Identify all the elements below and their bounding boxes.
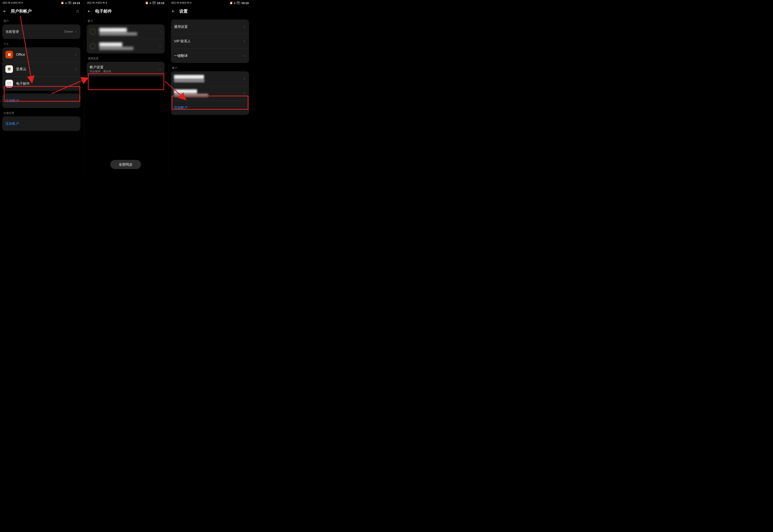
chevron-right-icon (243, 25, 246, 28)
svg-point-1 (78, 10, 79, 11)
alarm-icon: ⏰ (229, 1, 233, 4)
svg-point-0 (77, 10, 77, 11)
account-settings-row[interactable]: 帐户设置 同步频率、通知等。 (87, 62, 165, 76)
battery-icon: 99 (68, 2, 71, 4)
sync-icon (90, 43, 96, 49)
chevron-right-icon (243, 77, 246, 80)
nutcloud-row[interactable]: 坚果云 (2, 62, 80, 76)
vip-contacts-row[interactable]: VIP 联系人 (171, 34, 249, 48)
office-icon (5, 51, 13, 58)
back-button[interactable] (3, 9, 7, 13)
email-account-1[interactable]: ████████████ ████████████████████ (87, 24, 165, 39)
screen-settings: HD 15G.ıll HD 24G.ıll ⏰ ⌀ 99 13:13 设置 通用… (168, 0, 251, 173)
chevron-right-icon (75, 82, 77, 85)
bluetooth-icon: ⌀ (149, 1, 151, 4)
header: 设置 (169, 6, 251, 16)
clock: 13:13 (73, 1, 80, 5)
sync-icon (90, 29, 96, 35)
header: 用户和帐户 (0, 6, 83, 16)
page-title: 用户和帐户 (11, 8, 32, 14)
email-icon (5, 80, 13, 87)
status-bar: HD 1 5G.ıll HD 2 4G.ıll ⏰ ⌀ 99 13:13 (0, 0, 83, 6)
chevron-right-icon (159, 68, 161, 70)
sync-all-button[interactable]: 全部同步 (110, 160, 141, 169)
bluetooth-icon: ⌀ (65, 1, 67, 4)
chevron-right-icon (243, 54, 246, 57)
chevron-right-icon (75, 53, 77, 56)
chevron-right-icon (75, 30, 77, 33)
alarm-icon: ⏰ (145, 1, 148, 4)
hd1-icon: HD 1 (3, 2, 7, 4)
svg-point-3 (78, 12, 79, 12)
svg-point-2 (77, 12, 77, 12)
page-title: 设置 (179, 8, 188, 14)
settings-account-1[interactable]: █████████████ ████████████████ (171, 71, 249, 86)
screen-users-accounts: HD 1 5G.ıll HD 2 4G.ıll ⏰ ⌀ 99 13:13 用户和… (0, 0, 83, 173)
bluetooth-icon: ⌀ (234, 1, 235, 4)
more-button[interactable] (75, 9, 80, 14)
section-accounts-label: 帐户 (172, 66, 248, 70)
back-button[interactable] (87, 9, 91, 13)
email-account-2[interactable]: ██████████ ██████████████████ (87, 39, 165, 53)
svg-rect-5 (7, 82, 11, 85)
header: 电子邮件 (84, 6, 167, 16)
settings-account-2[interactable]: ██████████ ██████████████████ (171, 86, 249, 100)
section-accounts-label: 帐户 (88, 19, 164, 23)
translate-row[interactable]: 一键翻译 (171, 48, 249, 63)
status-bar: HD 15G.ıll HD 24G.ıll ⏰ ⌀ 99 13:13 (169, 0, 251, 6)
chevron-right-icon (75, 68, 77, 70)
current-login-row[interactable]: 当前登录 Owner (2, 24, 80, 39)
screen-email-settings: HD 15G.ıll HD 24G.ıll ⏰ ⌀ 99 13:13 电子邮件 … (84, 0, 167, 173)
page-title: 电子邮件 (95, 8, 112, 14)
section-clone-label: 分身应用 (3, 111, 79, 115)
add-clone-account-button[interactable]: 添加帐户 (2, 116, 80, 131)
section-general-label: 通用设置 (88, 57, 164, 60)
office-row[interactable]: Office (2, 47, 80, 62)
add-email-account-button[interactable]: 添加帐户 (171, 100, 249, 115)
hd2-icon: HD 2 (13, 2, 18, 4)
section-user-label: 用户 (3, 19, 79, 23)
status-bar: HD 15G.ıll HD 24G.ıll ⏰ ⌀ 99 13:13 (84, 0, 167, 6)
chevron-right-icon (243, 92, 246, 94)
email-row[interactable]: 电子邮件 (2, 76, 80, 91)
chevron-right-icon (243, 40, 246, 43)
add-account-button[interactable]: 添加帐户 (2, 94, 80, 108)
three-screen-tutorial: HD 1 5G.ıll HD 2 4G.ıll ⏰ ⌀ 99 13:13 用户和… (0, 0, 251, 173)
alarm-icon: ⏰ (61, 1, 64, 4)
section-personal-label: 个人 (3, 42, 79, 46)
general-settings-row[interactable]: 通用设置 (171, 19, 249, 34)
nutcloud-icon (5, 65, 13, 73)
back-button[interactable] (171, 9, 175, 13)
